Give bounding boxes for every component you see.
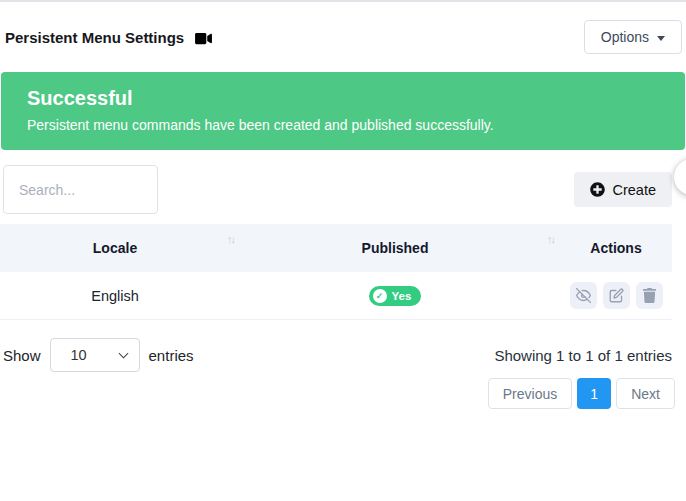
page-header: Persistent Menu Settings Options bbox=[0, 2, 686, 72]
column-label: Published bbox=[362, 240, 429, 256]
alert-title: Successful bbox=[27, 85, 659, 111]
table-header-row: Locale ↑↓ Published ↑↓ Actions bbox=[0, 224, 672, 272]
video-camera-icon bbox=[195, 29, 212, 46]
results-summary: Showing 1 to 1 of 1 entries bbox=[494, 347, 672, 364]
next-page-button[interactable]: Next bbox=[616, 378, 675, 409]
persistent-menu-settings-page: Persistent Menu Settings Options Success… bbox=[0, 0, 686, 501]
create-button[interactable]: Create bbox=[574, 172, 672, 207]
published-badge-label: Yes bbox=[392, 290, 412, 302]
column-header-actions: Actions bbox=[560, 224, 672, 272]
show-label: Show bbox=[3, 347, 41, 364]
column-label: Locale bbox=[93, 240, 137, 256]
edit-button[interactable] bbox=[603, 282, 630, 309]
success-alert: Successful Persistent menu commands have… bbox=[1, 72, 685, 150]
locale-cell: English bbox=[0, 272, 230, 319]
page-size-select-wrap: 10 bbox=[50, 338, 140, 372]
chevron-down-icon bbox=[657, 36, 665, 41]
pagination: Previous 1 Next bbox=[0, 378, 686, 409]
title-group: Persistent Menu Settings bbox=[5, 29, 212, 46]
entries-label: entries bbox=[149, 347, 194, 364]
actions-cell bbox=[560, 272, 672, 319]
previous-page-button[interactable]: Previous bbox=[488, 378, 572, 409]
page-size-select[interactable]: 10 bbox=[50, 338, 140, 372]
check-circle-icon: ✓ bbox=[373, 289, 387, 303]
table-row: English ✓ Yes bbox=[0, 272, 672, 320]
page-title: Persistent Menu Settings bbox=[5, 29, 184, 46]
options-button-label: Options bbox=[601, 29, 649, 45]
unpublish-button[interactable] bbox=[570, 282, 597, 309]
search-input[interactable] bbox=[3, 165, 158, 214]
options-button[interactable]: Options bbox=[584, 20, 682, 54]
locales-table: Locale ↑↓ Published ↑↓ Actions English ✓… bbox=[0, 224, 672, 320]
edit-icon bbox=[609, 288, 624, 303]
table-footer: Show 10 entries Showing 1 to 1 of 1 entr… bbox=[0, 338, 672, 372]
table-toolbar: Create bbox=[0, 165, 686, 214]
column-header-published[interactable]: Published ↑↓ bbox=[230, 224, 560, 272]
published-cell: ✓ Yes bbox=[230, 272, 560, 319]
trash-icon bbox=[642, 288, 657, 303]
alert-message: Persistent menu commands have been creat… bbox=[27, 116, 659, 134]
eye-slash-icon bbox=[576, 288, 591, 303]
column-header-locale[interactable]: Locale ↑↓ bbox=[0, 224, 230, 272]
column-label: Actions bbox=[590, 240, 641, 256]
current-page-button[interactable]: 1 bbox=[577, 378, 611, 409]
plus-circle-icon bbox=[590, 182, 605, 197]
page-size-group: Show 10 entries bbox=[3, 338, 194, 372]
delete-button[interactable] bbox=[636, 282, 663, 309]
sort-icon[interactable]: ↑↓ bbox=[547, 233, 554, 245]
published-badge: ✓ Yes bbox=[369, 286, 422, 306]
create-button-label: Create bbox=[612, 182, 656, 198]
